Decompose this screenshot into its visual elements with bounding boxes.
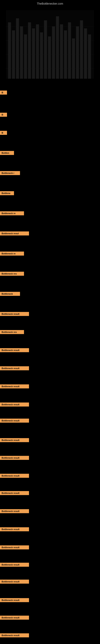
site-header: TheBottlenecker.com [0, 0, 100, 6]
svg-rect-11 [32, 28, 35, 79]
bottleneck-result-label-28: Bottleneck result [0, 598, 29, 602]
result-row-2: B [0, 113, 7, 117]
svg-rect-19 [64, 30, 67, 79]
bottleneck-result-label-27: Bottleneck result [0, 580, 29, 584]
bottleneck-result-label-22: Bottleneck result [0, 491, 29, 495]
result-row-19: Bottleneck result [0, 438, 29, 442]
svg-rect-16 [52, 26, 55, 79]
result-row-17: Bottleneck result [0, 402, 29, 406]
result-row-21: Bottleneck result [0, 474, 29, 478]
result-row-13: Bottleneck res [0, 330, 24, 334]
svg-rect-8 [20, 26, 23, 79]
result-row-29: Bottleneck result [0, 616, 29, 620]
result-row-20: Bottleneck result [0, 456, 29, 460]
result-row-22: Bottleneck result [0, 491, 29, 495]
svg-rect-24 [84, 28, 87, 79]
result-row-6: Bottlene [0, 191, 14, 195]
bottleneck-result-label-2: B [0, 113, 7, 117]
result-row-10: Bottleneck res [0, 272, 24, 276]
result-row-26: Bottleneck result [0, 563, 29, 567]
result-row-8: Bottleneck resul [0, 232, 29, 236]
bottleneck-result-label-16: Bottleneck result [0, 384, 29, 388]
svg-rect-12 [36, 24, 39, 79]
chart-area [0, 6, 100, 83]
result-row-9: Bottleneck re [0, 252, 24, 256]
svg-rect-14 [44, 20, 47, 79]
svg-rect-25 [88, 34, 91, 79]
result-row-30: Bottleneck result [0, 633, 29, 637]
svg-rect-13 [40, 32, 43, 79]
svg-rect-22 [76, 26, 79, 79]
svg-rect-6 [12, 30, 15, 79]
site-title: TheBottlenecker.com [0, 0, 100, 6]
bottleneck-result-label-19: Bottleneck result [0, 438, 29, 442]
result-row-5: Bottleneck r [0, 171, 20, 175]
result-row-28: Bottleneck result [0, 598, 29, 602]
svg-rect-7 [16, 18, 19, 79]
bottleneck-result-label-4: Bottlen [0, 151, 14, 155]
bottleneck-result-label-18: Bottleneck result [0, 418, 29, 422]
result-row-16: Bottleneck result [0, 384, 29, 388]
bottleneck-result-label-26: Bottleneck result [0, 563, 29, 567]
svg-rect-9 [24, 34, 27, 79]
result-row-4: Bottlen [0, 151, 14, 155]
bottleneck-result-label-29: Bottleneck result [0, 616, 29, 620]
result-row-15: Bottleneck result [0, 366, 29, 370]
result-row-14: Bottleneck result [0, 348, 29, 352]
bottleneck-result-label-14: Bottleneck result [0, 348, 29, 352]
bottleneck-result-label-8: Bottleneck resul [0, 232, 29, 236]
result-row-23: Bottleneck result [0, 509, 29, 513]
result-row-27: Bottleneck result [0, 580, 29, 584]
result-row-3: B [0, 131, 7, 135]
bottleneck-result-label-30: Bottleneck result [0, 633, 29, 637]
bottleneck-result-label-1: B [0, 90, 7, 94]
bottleneck-result-label-9: Bottleneck re [0, 252, 24, 256]
svg-rect-17 [56, 16, 59, 79]
bottleneck-result-label-3: B [0, 131, 7, 135]
result-row-1: B [0, 90, 7, 94]
bottleneck-result-label-6: Bottlene [0, 191, 14, 195]
bottleneck-result-label-20: Bottleneck result [0, 456, 29, 460]
bottleneck-result-label-12: Bottleneck result [0, 312, 29, 316]
bottleneck-result-label-25: Bottleneck result [0, 546, 29, 550]
svg-rect-5 [8, 22, 11, 79]
bottleneck-result-label-15: Bottleneck result [0, 366, 29, 370]
result-row-25: Bottleneck result [0, 546, 29, 550]
bottleneck-result-label-23: Bottleneck result [0, 509, 29, 513]
svg-rect-20 [68, 22, 71, 79]
bottleneck-result-label-10: Bottleneck res [0, 272, 24, 276]
bottleneck-result-label-13: Bottleneck res [0, 330, 24, 334]
result-row-11: Bottleneck [0, 292, 20, 296]
bottleneck-result-label-7: Bottleneck re [0, 211, 24, 215]
bottleneck-result-label-24: Bottleneck result [0, 527, 29, 531]
result-row-7: Bottleneck re [0, 211, 24, 215]
bottleneck-result-label-5: Bottleneck r [0, 171, 20, 175]
result-row-18: Bottleneck result [0, 418, 29, 422]
result-row-12: Bottleneck result [0, 312, 29, 316]
bottleneck-result-label-11: Bottleneck [0, 292, 20, 296]
svg-rect-10 [28, 22, 31, 79]
result-row-24: Bottleneck result [0, 527, 29, 531]
bottleneck-result-label-21: Bottleneck result [0, 474, 29, 478]
svg-rect-21 [72, 38, 75, 79]
svg-rect-23 [80, 20, 83, 79]
svg-rect-18 [60, 24, 63, 79]
bottleneck-result-label-17: Bottleneck result [0, 402, 29, 406]
svg-rect-15 [48, 36, 51, 79]
